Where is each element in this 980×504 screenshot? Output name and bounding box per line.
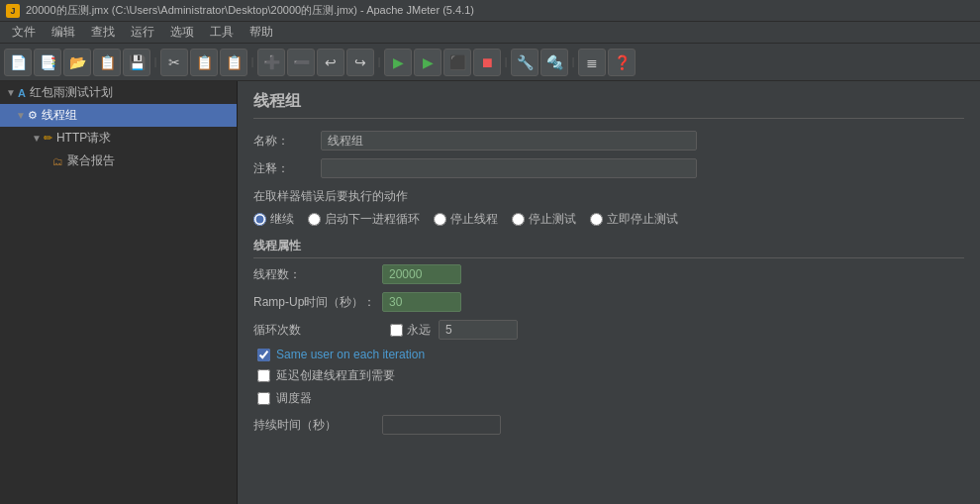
duration-input[interactable]: [382, 415, 501, 435]
toolbar-sep3: |: [376, 49, 382, 76]
menu-bar: 文件 编辑 查找 运行 选项 工具 帮助: [0, 22, 980, 44]
duration-label: 持续时间（秒）: [253, 417, 382, 434]
scheduler-label[interactable]: 调度器: [257, 390, 964, 407]
toolbar-sep4: |: [503, 49, 509, 76]
toolbar-save-btn[interactable]: 💾: [123, 49, 150, 76]
toolbar-collapse-btn[interactable]: ➖: [287, 49, 315, 76]
radio-continue[interactable]: 继续: [253, 211, 294, 228]
thread-count-input[interactable]: [382, 264, 461, 284]
menu-help[interactable]: 帮助: [242, 22, 281, 43]
toolbar-templates-btn[interactable]: 📑: [34, 49, 61, 76]
toolbar-paste-btn[interactable]: 📋: [220, 49, 247, 76]
toolbar-open-btn[interactable]: 📂: [63, 49, 91, 76]
delay-row: 延迟创建线程直到需要: [257, 367, 964, 384]
comment-input[interactable]: [321, 158, 697, 178]
delay-checkbox[interactable]: [257, 369, 270, 382]
expand-icon-2: ▼: [16, 110, 26, 121]
tree-item-aggregate[interactable]: 🗂 聚合报告: [0, 150, 237, 172]
delay-label[interactable]: 延迟创建线程直到需要: [257, 367, 964, 384]
radio-next-loop[interactable]: 启动下一进程循环: [308, 211, 420, 228]
toolbar-close-btn[interactable]: 📋: [93, 49, 121, 76]
http-icon: ✏: [44, 132, 52, 145]
app-icon: J: [6, 4, 20, 18]
toolbar-cut-btn[interactable]: ✂: [160, 49, 188, 76]
toolbar-undo-btn[interactable]: ↩: [317, 49, 344, 76]
toolbar-shutdown-btn[interactable]: ⏹: [473, 49, 501, 76]
same-user-row: Same user on each iteration: [257, 348, 964, 361]
toolbar-start-btn[interactable]: ▶: [384, 49, 412, 76]
test-plan-icon: A: [18, 87, 26, 99]
toolbar-sep2: |: [249, 49, 255, 76]
toolbar-copy-btn[interactable]: 📋: [190, 49, 218, 76]
tree-item-label-4: 聚合报告: [67, 152, 115, 169]
toolbar-sep5: |: [570, 49, 576, 76]
duration-row: 持续时间（秒）: [253, 415, 964, 435]
toolbar-new-btn[interactable]: 📄: [4, 49, 32, 76]
toolbar-functions-btn[interactable]: ≣: [578, 49, 606, 76]
tree-item-http[interactable]: ▼ ✏ HTTP请求: [0, 127, 237, 150]
forever-label[interactable]: 永远: [390, 322, 431, 339]
radio-stop-test-input[interactable]: [512, 213, 525, 226]
name-input[interactable]: [321, 131, 697, 151]
scheduler-row: 调度器: [257, 390, 964, 407]
toolbar-sep1: |: [152, 49, 158, 76]
radio-stop-test-now[interactable]: 立即停止测试: [590, 211, 678, 228]
menu-options[interactable]: 选项: [162, 22, 202, 43]
loop-label: 循环次数: [253, 322, 382, 339]
toolbar-help-btn[interactable]: ❓: [608, 49, 636, 76]
rampup-label: Ramp-Up时间（秒）：: [253, 294, 382, 311]
radio-next-loop-input[interactable]: [308, 213, 321, 226]
error-action-label: 在取样器错误后要执行的动作: [253, 188, 964, 205]
error-action-radio-group: 继续 启动下一进程循环 停止线程 停止测试 立即停止测试: [253, 211, 964, 228]
same-user-checkbox[interactable]: [257, 349, 270, 361]
loop-row: 循环次数 永远: [253, 320, 964, 340]
thread-count-row: 线程数：: [253, 264, 964, 284]
scheduler-checkbox[interactable]: [257, 392, 270, 405]
tree-item-label: 红包雨测试计划: [30, 84, 113, 101]
radio-stop-test[interactable]: 停止测试: [512, 211, 576, 228]
aggregate-icon: 🗂: [52, 155, 63, 167]
toolbar-expand-btn[interactable]: ➕: [257, 49, 285, 76]
toolbar-remote-stop-btn[interactable]: 🔩: [540, 49, 568, 76]
expand-icon-4: [48, 155, 50, 166]
comment-row: 注释：: [253, 158, 964, 178]
menu-tools[interactable]: 工具: [202, 22, 242, 43]
radio-continue-input[interactable]: [253, 213, 266, 226]
thread-props-title: 线程属性: [253, 238, 964, 258]
tree-item-test-plan[interactable]: ▼ A 红包雨测试计划: [0, 81, 237, 104]
rampup-input[interactable]: [382, 292, 461, 312]
right-panel: 线程组 名称： 注释： 在取样器错误后要执行的动作 继续 启动下一进程循环 停止: [238, 81, 980, 504]
forever-checkbox[interactable]: [390, 324, 403, 337]
menu-file[interactable]: 文件: [4, 22, 44, 43]
tree-item-thread-group[interactable]: ▼ ⚙ 线程组: [0, 104, 237, 127]
radio-stop-thread[interactable]: 停止线程: [434, 211, 498, 228]
name-label: 名称：: [253, 133, 313, 150]
radio-stop-thread-input[interactable]: [434, 213, 446, 226]
toolbar-start-no-pause-btn[interactable]: ▶: [414, 49, 441, 76]
same-user-label[interactable]: Same user on each iteration: [257, 348, 964, 361]
toolbar-remote-start-btn[interactable]: 🔧: [511, 49, 539, 76]
rampup-row: Ramp-Up时间（秒）：: [253, 292, 964, 312]
loop-count-input[interactable]: [439, 320, 518, 340]
toolbar-stop-btn[interactable]: ⬛: [443, 49, 471, 76]
toolbar: 📄 📑 📂 📋 💾 | ✂ 📋 📋 | ➕ ➖ ↩ ↪ | ▶ ▶ ⬛ ⏹ | …: [0, 44, 980, 81]
name-row: 名称：: [253, 131, 964, 151]
title-bar: J 20000的压测.jmx (C:\Users\Administrator\D…: [0, 0, 980, 22]
panel-title: 线程组: [253, 91, 964, 119]
menu-find[interactable]: 查找: [83, 22, 123, 43]
radio-stop-test-now-input[interactable]: [590, 213, 603, 226]
expand-icon-3: ▼: [32, 133, 42, 144]
menu-run[interactable]: 运行: [123, 22, 162, 43]
tree-item-label-3: HTTP请求: [56, 130, 111, 147]
thread-count-label: 线程数：: [253, 266, 382, 283]
comment-label: 注释：: [253, 160, 313, 177]
toolbar-redo-btn[interactable]: ↪: [346, 49, 374, 76]
main-container: ▼ A 红包雨测试计划 ▼ ⚙ 线程组 ▼ ✏ HTTP请求 🗂 聚合报告 线程…: [0, 81, 980, 504]
menu-edit[interactable]: 编辑: [44, 22, 83, 43]
thread-group-icon: ⚙: [28, 109, 38, 122]
title-text: 20000的压测.jmx (C:\Users\Administrator\Des…: [26, 3, 474, 18]
expand-icon: ▼: [6, 87, 16, 98]
tree-item-label-2: 线程组: [42, 107, 77, 124]
left-panel: ▼ A 红包雨测试计划 ▼ ⚙ 线程组 ▼ ✏ HTTP请求 🗂 聚合报告: [0, 81, 238, 504]
